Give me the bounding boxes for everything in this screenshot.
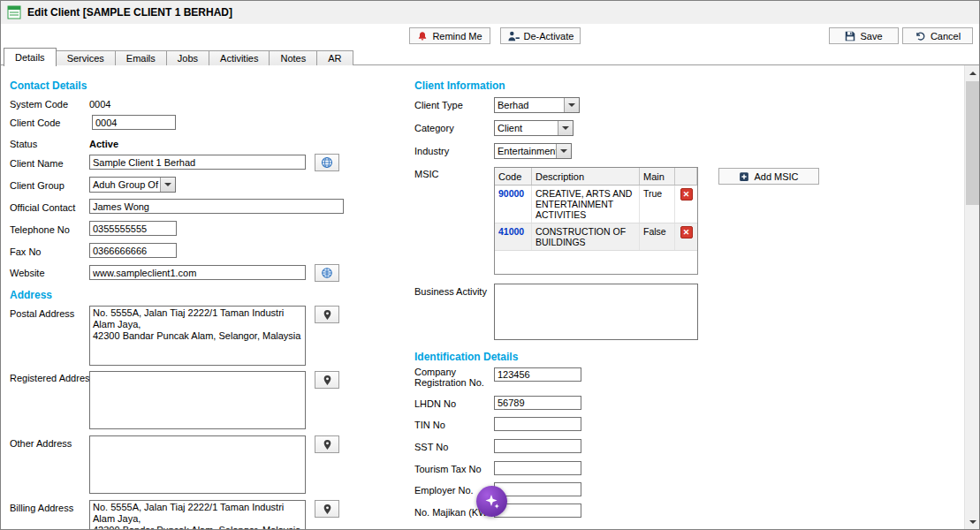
identification-details-heading: Identification Details xyxy=(414,351,518,363)
industry-value: Entertainment xyxy=(495,144,556,158)
chevron-down-icon[interactable] xyxy=(160,178,175,192)
client-code-input[interactable] xyxy=(92,115,176,130)
registered-address-textarea[interactable] xyxy=(89,371,306,429)
postal-address-label: Postal Address xyxy=(10,308,74,319)
tab-notes[interactable]: Notes xyxy=(269,50,317,65)
business-activity-textarea[interactable] xyxy=(494,284,698,340)
postal-address-map-button[interactable] xyxy=(315,306,339,323)
tab-activities[interactable]: Activities xyxy=(209,50,270,65)
web-globe-icon xyxy=(321,267,333,279)
lhdn-label: LHDN No xyxy=(414,398,456,409)
tourism-tax-input[interactable] xyxy=(494,461,581,475)
client-type-label: Client Type xyxy=(414,100,463,110)
registered-address-map-button[interactable] xyxy=(315,371,339,389)
client-code-label: Client Code xyxy=(10,117,60,128)
msic-main-value: False xyxy=(640,223,675,250)
chevron-down-icon[interactable] xyxy=(556,144,571,158)
company-registration-input[interactable] xyxy=(494,367,581,382)
scrollbar-thumb[interactable] xyxy=(966,81,979,205)
scroll-down-button[interactable] xyxy=(965,514,980,529)
category-value: Client xyxy=(495,121,558,135)
other-address-textarea[interactable] xyxy=(89,435,306,494)
deactivate-button[interactable]: De-Activate xyxy=(500,27,581,44)
map-pin-icon xyxy=(323,439,332,450)
msic-table: Code Description Main 90000 CREATIVE, AR… xyxy=(494,167,698,275)
official-contact-label: Official Contact xyxy=(10,202,75,213)
fax-input[interactable] xyxy=(89,243,177,258)
chevron-down-icon[interactable] xyxy=(558,121,573,135)
client-type-value: Berhad xyxy=(495,98,564,112)
billing-address-map-button[interactable] xyxy=(315,500,339,518)
industry-select[interactable]: Entertainment xyxy=(494,143,572,159)
msic-actions-cell: ✕ xyxy=(675,223,697,250)
client-name-input[interactable] xyxy=(89,155,306,170)
client-name-web-button[interactable] xyxy=(315,154,339,171)
edit-client-window: Edit Client [SAMPLE CLIENT 1 BERHAD] ✕ R… xyxy=(0,0,980,530)
website-label: Website xyxy=(10,268,45,278)
telephone-label: Telephone No xyxy=(10,224,70,235)
industry-label: Industry xyxy=(414,146,449,156)
system-code-value: 0004 xyxy=(89,99,110,110)
tin-input[interactable] xyxy=(494,417,581,431)
fax-label: Fax No xyxy=(10,246,41,257)
msic-delete-button[interactable]: ✕ xyxy=(680,226,693,238)
tab-services[interactable]: Services xyxy=(56,50,116,65)
map-pin-icon xyxy=(323,309,332,321)
add-icon xyxy=(739,171,749,182)
postal-address-textarea[interactable]: No. 5555A, Jalan Tiaj 2222/1 Taman Indus… xyxy=(89,306,306,366)
status-value: Active xyxy=(89,139,118,149)
tab-details[interactable]: Details xyxy=(4,48,57,66)
save-button[interactable]: Save xyxy=(829,27,899,44)
billing-address-textarea[interactable]: No. 5555A, Jalan Tiaj 2222/1 Taman Indus… xyxy=(89,500,306,530)
vertical-scrollbar[interactable] xyxy=(964,65,979,529)
msic-delete-button[interactable]: ✕ xyxy=(680,188,693,201)
employer-label: Employer No. xyxy=(414,485,474,496)
remind-me-button[interactable]: Remind Me xyxy=(409,27,490,44)
tab-ar[interactable]: AR xyxy=(316,50,353,65)
business-activity-label: Business Activity xyxy=(414,286,487,297)
tin-label: TIN No xyxy=(414,420,445,430)
save-icon xyxy=(845,31,855,42)
msic-header-row: Code Description Main xyxy=(495,168,697,186)
client-group-value: Aduh Group Of C xyxy=(90,178,160,192)
ai-assistant-fab[interactable] xyxy=(476,486,507,517)
titlebar[interactable]: Edit Client [SAMPLE CLIENT 1 BERHAD] xyxy=(1,1,979,24)
tab-emails[interactable]: Emails xyxy=(115,50,167,65)
scroll-up-button[interactable] xyxy=(965,65,980,80)
msic-header-main[interactable]: Main xyxy=(640,168,675,185)
lhdn-input[interactable] xyxy=(494,396,581,410)
telephone-input[interactable] xyxy=(89,221,177,236)
bell-icon xyxy=(417,31,428,42)
employer-input[interactable] xyxy=(494,482,581,496)
cancel-button[interactable]: Cancel xyxy=(902,27,973,44)
tourism-tax-label: Tourism Tax No xyxy=(414,464,482,474)
billing-address-label: Billing Address xyxy=(10,503,73,513)
msic-row[interactable]: 41000 CONSTRUCTION OF BUILDINGS False ✕ xyxy=(495,223,697,251)
other-address-map-button[interactable] xyxy=(315,435,339,453)
msic-main-value: True xyxy=(640,186,675,223)
undo-icon xyxy=(915,31,926,42)
msic-code-link[interactable]: 41000 xyxy=(495,223,532,250)
tab-jobs[interactable]: Jobs xyxy=(166,50,209,65)
chevron-down-icon[interactable] xyxy=(564,98,579,112)
msic-row[interactable]: 90000 CREATIVE, ARTS AND ENTERTAINMENT A… xyxy=(495,186,697,223)
majikan-input[interactable] xyxy=(494,504,581,518)
msic-code-link[interactable]: 90000 xyxy=(495,186,532,223)
category-select[interactable]: Client xyxy=(494,120,574,136)
remind-me-label: Remind Me xyxy=(432,31,482,42)
client-group-label: Client Group xyxy=(10,180,65,191)
deactivate-label: De-Activate xyxy=(524,31,574,42)
open-website-button[interactable] xyxy=(315,264,339,282)
msic-header-description[interactable]: Description xyxy=(532,168,640,185)
client-group-select[interactable]: Aduh Group Of C xyxy=(89,177,176,193)
scroll-up-icon xyxy=(969,72,976,75)
add-msic-button[interactable]: Add MSIC xyxy=(718,168,819,185)
client-type-select[interactable]: Berhad xyxy=(494,97,580,113)
sst-input[interactable] xyxy=(494,439,581,453)
official-contact-input[interactable] xyxy=(89,199,344,214)
company-registration-label: Company Registration No. xyxy=(414,367,490,388)
website-input[interactable] xyxy=(89,265,306,280)
cancel-label: Cancel xyxy=(931,31,961,42)
msic-header-code[interactable]: Code xyxy=(495,168,532,185)
contact-details-heading: Contact Details xyxy=(10,80,87,92)
